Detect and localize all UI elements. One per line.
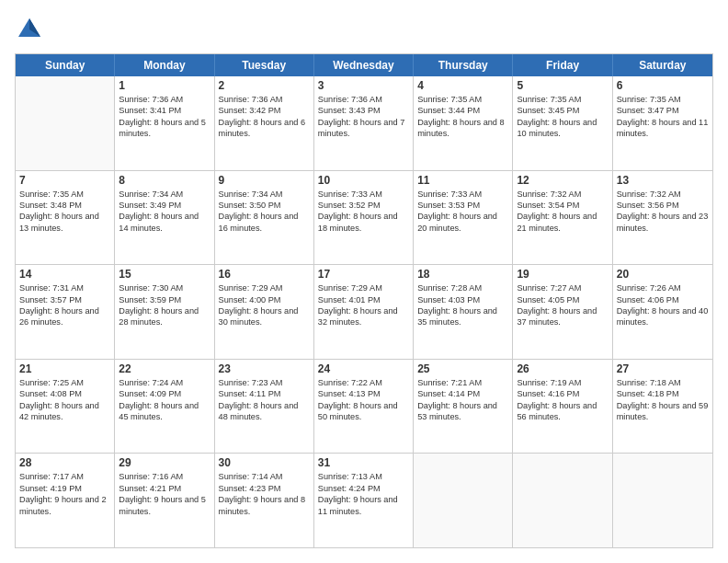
calendar-body: 1Sunrise: 7:36 AMSunset: 3:41 PMDaylight… [16,76,712,547]
day-number: 26 [517,362,608,375]
calendar-cell-9: 9Sunrise: 7:34 AMSunset: 3:50 PMDaylight… [215,171,314,265]
calendar-cell-16: 16Sunrise: 7:29 AMSunset: 4:00 PMDayligh… [215,265,314,359]
calendar-cell-10: 10Sunrise: 7:33 AMSunset: 3:52 PMDayligh… [314,171,414,265]
sunrise-text: Sunrise: 7:21 AM [417,377,508,388]
sunrise-text: Sunrise: 7:33 AM [318,189,409,200]
daylight-text: Daylight: 9 hours and 2 minutes. [19,494,110,517]
calendar-cell-empty [16,76,115,170]
day-number: 2 [219,79,310,92]
day-number: 24 [318,362,409,375]
calendar: SundayMondayTuesdayWednesdayThursdayFrid… [15,53,713,548]
daylight-text: Daylight: 9 hours and 11 minutes. [318,494,409,517]
sunset-text: Sunset: 4:05 PM [517,294,608,305]
logo [15,15,48,44]
daylight-text: Daylight: 8 hours and 30 minutes. [219,305,310,328]
daylight-text: Daylight: 8 hours and 40 minutes. [617,305,709,328]
day-number: 22 [119,362,210,375]
sunrise-text: Sunrise: 7:24 AM [119,377,210,388]
calendar-cell-11: 11Sunrise: 7:33 AMSunset: 3:53 PMDayligh… [414,171,513,265]
calendar-cell-30: 30Sunrise: 7:14 AMSunset: 4:23 PMDayligh… [215,454,314,547]
daylight-text: Daylight: 8 hours and 56 minutes. [517,400,608,423]
calendar-cell-4: 4Sunrise: 7:35 AMSunset: 3:44 PMDaylight… [414,76,513,170]
day-number: 17 [318,268,409,281]
daylight-text: Daylight: 8 hours and 42 minutes. [19,400,110,423]
day-number: 3 [318,79,409,92]
sunset-text: Sunset: 4:19 PM [19,483,110,494]
logo-icon [15,15,44,44]
daylight-text: Daylight: 8 hours and 21 minutes. [517,211,608,234]
sunrise-text: Sunrise: 7:34 AM [119,189,210,200]
sunset-text: Sunset: 3:42 PM [219,105,310,116]
day-number: 31 [318,456,409,469]
calendar-header: SundayMondayTuesdayWednesdayThursdayFrid… [16,54,712,76]
calendar-cell-22: 22Sunrise: 7:24 AMSunset: 4:09 PMDayligh… [115,360,214,454]
calendar-cell-14: 14Sunrise: 7:31 AMSunset: 3:57 PMDayligh… [16,265,115,359]
sunset-text: Sunset: 4:08 PM [19,388,110,399]
daylight-text: Daylight: 8 hours and 32 minutes. [318,305,409,328]
day-number: 10 [318,174,409,187]
calendar-cell-24: 24Sunrise: 7:22 AMSunset: 4:13 PMDayligh… [314,360,414,454]
calendar-cell-8: 8Sunrise: 7:34 AMSunset: 3:49 PMDaylight… [115,171,214,265]
header-day-tuesday: Tuesday [215,54,314,76]
daylight-text: Daylight: 8 hours and 16 minutes. [219,211,310,234]
calendar-cell-19: 19Sunrise: 7:27 AMSunset: 4:05 PMDayligh… [513,265,612,359]
calendar-row-0: 1Sunrise: 7:36 AMSunset: 3:41 PMDaylight… [16,76,712,171]
sunrise-text: Sunrise: 7:32 AM [517,189,608,200]
sunset-text: Sunset: 3:54 PM [517,200,608,211]
sunrise-text: Sunrise: 7:35 AM [517,94,608,105]
sunrise-text: Sunrise: 7:19 AM [517,377,608,388]
calendar-cell-empty [613,454,712,547]
calendar-row-3: 21Sunrise: 7:25 AMSunset: 4:08 PMDayligh… [16,360,712,454]
day-number: 15 [119,268,210,281]
sunset-text: Sunset: 3:59 PM [119,294,210,305]
sunset-text: Sunset: 4:23 PM [219,483,310,494]
calendar-cell-2: 2Sunrise: 7:36 AMSunset: 3:42 PMDaylight… [215,76,314,170]
day-number: 30 [219,456,310,469]
sunrise-text: Sunrise: 7:22 AM [318,377,409,388]
day-number: 25 [417,362,508,375]
daylight-text: Daylight: 8 hours and 20 minutes. [417,211,508,234]
day-number: 28 [19,456,110,469]
sunset-text: Sunset: 3:45 PM [517,105,608,116]
sunset-text: Sunset: 4:09 PM [119,388,210,399]
sunrise-text: Sunrise: 7:29 AM [318,282,409,293]
sunset-text: Sunset: 3:43 PM [318,105,409,116]
calendar-cell-17: 17Sunrise: 7:29 AMSunset: 4:01 PMDayligh… [314,265,414,359]
daylight-text: Daylight: 8 hours and 37 minutes. [517,305,608,328]
sunrise-text: Sunrise: 7:28 AM [417,282,508,293]
daylight-text: Daylight: 9 hours and 5 minutes. [119,494,210,517]
day-number: 19 [517,268,608,281]
sunrise-text: Sunrise: 7:35 AM [19,189,110,200]
day-number: 9 [219,174,310,187]
sunrise-text: Sunrise: 7:34 AM [219,189,310,200]
sunrise-text: Sunrise: 7:33 AM [417,189,508,200]
sunset-text: Sunset: 3:50 PM [219,200,310,211]
calendar-cell-23: 23Sunrise: 7:23 AMSunset: 4:11 PMDayligh… [215,360,314,454]
daylight-text: Daylight: 8 hours and 26 minutes. [19,305,110,328]
day-number: 16 [219,268,310,281]
daylight-text: Daylight: 8 hours and 14 minutes. [119,211,210,234]
sunrise-text: Sunrise: 7:35 AM [617,94,709,105]
calendar-cell-5: 5Sunrise: 7:35 AMSunset: 3:45 PMDaylight… [513,76,612,170]
daylight-text: Daylight: 8 hours and 35 minutes. [417,305,508,328]
sunrise-text: Sunrise: 7:25 AM [19,377,110,388]
daylight-text: Daylight: 8 hours and 48 minutes. [219,400,310,423]
sunset-text: Sunset: 4:21 PM [119,483,210,494]
calendar-cell-15: 15Sunrise: 7:30 AMSunset: 3:59 PMDayligh… [115,265,214,359]
calendar-cell-13: 13Sunrise: 7:32 AMSunset: 3:56 PMDayligh… [613,171,712,265]
day-number: 29 [119,456,210,469]
calendar-cell-1: 1Sunrise: 7:36 AMSunset: 3:41 PMDaylight… [115,76,214,170]
day-number: 12 [517,174,608,187]
daylight-text: Daylight: 9 hours and 8 minutes. [219,494,310,517]
day-number: 7 [19,174,110,187]
sunset-text: Sunset: 4:00 PM [219,294,310,305]
sunset-text: Sunset: 3:41 PM [119,105,210,116]
header-day-friday: Friday [513,54,612,76]
calendar-cell-27: 27Sunrise: 7:18 AMSunset: 4:18 PMDayligh… [613,360,712,454]
sunrise-text: Sunrise: 7:36 AM [119,94,210,105]
sunset-text: Sunset: 4:18 PM [617,388,709,399]
calendar-cell-31: 31Sunrise: 7:13 AMSunset: 4:24 PMDayligh… [314,454,414,547]
sunset-text: Sunset: 4:14 PM [417,388,508,399]
sunrise-text: Sunrise: 7:35 AM [417,94,508,105]
sunset-text: Sunset: 3:44 PM [417,105,508,116]
